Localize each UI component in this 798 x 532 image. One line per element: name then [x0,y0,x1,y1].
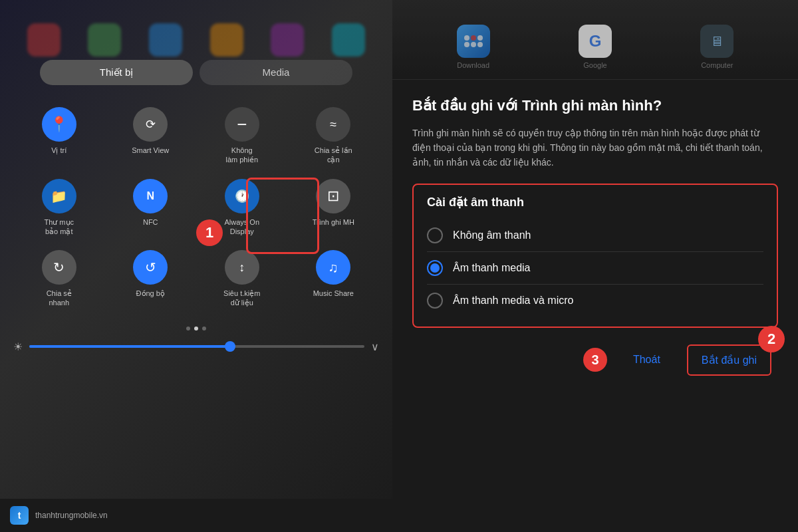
brightness-icon: ☀ [13,340,23,353]
dialog-content: Bắt đầu ghi với Trình ghi màn hình? Trìn… [392,80,798,396]
chia-se-lan-can-label: Chia sẻ lầncận [315,146,352,165]
start-recording-button[interactable]: Bắt đầu ghi [687,344,771,376]
quick-item-vi-tri[interactable]: 📍 Vị trí [13,102,105,170]
action-row: Thoát 3 Bắt đầu ghi [412,341,778,379]
chia-se-nhanh-icon: ↻ [42,250,76,285]
sound-settings-title: Cài đặt âm thanh [427,195,763,209]
brightness-fill [29,345,230,348]
dialog-desc: Trình ghi màn hình sẽ có quyền truy cập … [412,126,778,170]
main-container: Thiết bị Media 📍 Vị trí ⟳ Smart View − K… [0,0,798,532]
thu-muc-bao-mat-icon: 📁 [42,179,76,213]
sound-settings-box: Cài đặt âm thanh Không âm thanh Âm thanh… [412,184,778,328]
app-col-download: Download [457,25,490,69]
chia-se-lan-can-icon: ≈ [316,107,350,142]
smart-view-icon: ⟳ [133,107,168,142]
left-panel: Thiết bị Media 📍 Vị trí ⟳ Smart View − K… [0,0,392,532]
step1-badge: 1 [196,219,223,246]
thu-muc-bao-mat-label: Thư mụcbảo mật [44,217,74,237]
radio-label-media-sound: Âm thanh media [453,262,531,274]
radio-option-media-mic[interactable]: Âm thanh media và micro [427,285,763,317]
trinh-ghi-mh-icon: ⊡ [316,179,350,213]
radio-inner-media-sound [430,263,440,273]
radio-label-no-sound: Không âm thanh [453,229,531,241]
quick-item-khong-lam-phien[interactable]: − Khônglàm phiền [196,102,288,170]
download-label: Download [457,61,489,69]
dots-row [0,320,392,337]
tabs-container: Thiết bị Media [0,0,392,95]
right-panel: Download G Google 🖥 Computer Bắt đầu ghi… [392,0,798,532]
dialog-title: Bắt đầu ghi với Trình ghi màn hình? [412,96,778,116]
radio-option-media-sound[interactable]: Âm thanh media [427,252,763,285]
quick-item-dong-bo[interactable]: ↺ Đồng bộ [105,245,197,313]
dong-bo-icon: ↺ [133,250,168,285]
quick-item-thu-muc-bao-mat[interactable]: 📁 Thư mụcbảo mật [13,174,105,242]
tab-media[interactable]: Media [200,60,352,85]
bottom-bar: t thanhtrungmobile.vn [0,499,392,532]
radio-circle-media-mic [427,293,443,309]
smart-view-label: Smart View [132,146,169,155]
radio-label-media-mic: Âm thanh media và micro [453,295,573,307]
computer-label: Computer [701,61,733,69]
dong-bo-label: Đồng bộ [136,289,165,298]
brand-logo: t [10,506,29,525]
chevron-down-icon[interactable]: ∨ [371,340,379,353]
quick-item-sieu-tkiem[interactable]: ↕ Siêu t.kiệmdữ liệu [196,245,288,313]
brand-text: thanhtrungmobile.vn [35,511,108,520]
nfc-label: NFC [143,217,158,227]
top-apps-row: Download G Google 🖥 Computer [392,0,798,80]
sieu-tkiem-label: Siêu t.kiệmdữ liệu [223,289,260,308]
brightness-row: ☀ ∨ [0,337,392,356]
brightness-thumb [225,341,235,352]
music-share-icon: ♫ [316,250,350,285]
quick-item-music-share[interactable]: ♫ Music Share [288,245,380,313]
khong-lam-phien-label: Khônglàm phiền [225,146,258,165]
quick-item-chia-se-nhanh[interactable]: ↻ Chia sẻnhanh [13,245,105,313]
vi-tri-label: Vị trí [51,146,66,155]
highlight-box-trinh-ghi [246,178,319,254]
radio-circle-media-sound [427,260,443,276]
khong-lam-phien-icon: − [225,107,259,142]
quick-item-chia-se-lan-can[interactable]: ≈ Chia sẻ lầncận [288,102,380,170]
vi-tri-icon: 📍 [42,107,76,142]
radio-circle-no-sound [427,227,443,243]
dot-1 [186,327,190,331]
music-share-label: Music Share [313,289,354,298]
app-col-google: G Google [579,25,612,69]
radio-option-no-sound[interactable]: Không âm thanh [427,219,763,252]
cancel-button[interactable]: Thoát [620,346,674,374]
dot-3 [202,327,206,331]
dot-2 [194,327,198,331]
brightness-bar[interactable] [29,345,364,348]
step2-badge: 2 [758,326,785,352]
quick-item-smart-view[interactable]: ⟳ Smart View [105,102,197,170]
quick-grid: 📍 Vị trí ⟳ Smart View − Khônglàm phiền ≈… [0,95,392,320]
quick-item-nfc[interactable]: N NFC [105,174,197,242]
nfc-icon: N [133,179,168,213]
app-col-computer: 🖥 Computer [700,25,733,69]
google-label: Google [583,61,606,69]
tab-device[interactable]: Thiết bị [40,60,193,85]
chia-se-nhanh-label: Chia sẻnhanh [47,289,72,308]
sieu-tkiem-icon: ↕ [225,250,259,285]
step3-badge: 3 [583,348,607,372]
